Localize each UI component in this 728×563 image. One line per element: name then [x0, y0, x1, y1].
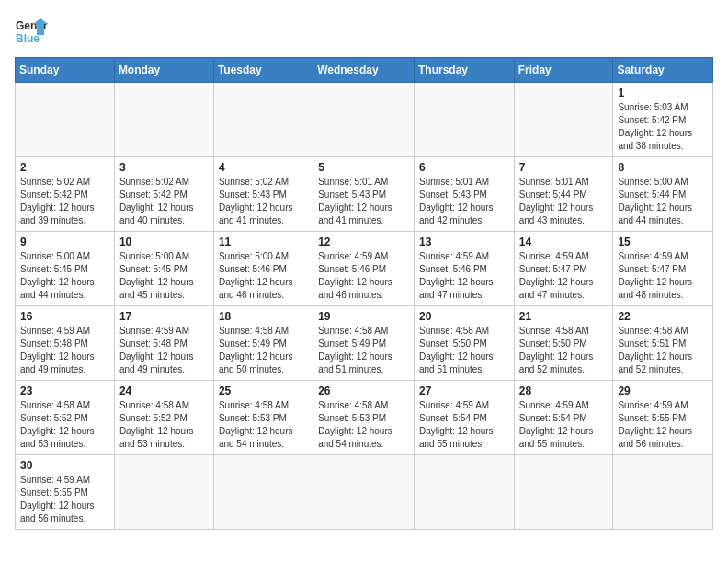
day-info: Sunrise: 4:58 AM Sunset: 5:53 PM Dayligh…: [318, 399, 409, 451]
weekday-header-friday: Friday: [514, 58, 613, 83]
calendar-cell: 6Sunrise: 5:01 AM Sunset: 5:43 PM Daylig…: [414, 157, 514, 232]
weekday-header-saturday: Saturday: [613, 58, 713, 83]
day-number: 23: [20, 385, 109, 397]
calendar-cell: 8Sunrise: 5:00 AM Sunset: 5:44 PM Daylig…: [613, 157, 713, 232]
day-info: Sunrise: 4:59 AM Sunset: 5:54 PM Dayligh…: [519, 399, 609, 451]
day-info: Sunrise: 5:00 AM Sunset: 5:44 PM Dayligh…: [618, 176, 708, 227]
day-info: Sunrise: 4:58 AM Sunset: 5:50 PM Dayligh…: [519, 325, 609, 376]
day-number: 19: [318, 310, 409, 323]
calendar-cell: 26Sunrise: 4:58 AM Sunset: 5:53 PM Dayli…: [313, 381, 415, 455]
calendar-cell: 11Sunrise: 5:00 AM Sunset: 5:46 PM Dayli…: [213, 232, 313, 306]
day-info: Sunrise: 5:02 AM Sunset: 5:42 PM Dayligh…: [20, 176, 109, 227]
day-number: 14: [519, 236, 609, 248]
page-header: General Blue: [15, 15, 713, 48]
day-number: 11: [219, 236, 308, 248]
weekday-header-wednesday: Wednesday: [313, 58, 415, 83]
day-info: Sunrise: 5:02 AM Sunset: 5:43 PM Dayligh…: [219, 176, 308, 227]
day-info: Sunrise: 5:00 AM Sunset: 5:45 PM Dayligh…: [20, 250, 109, 302]
day-number: 1: [618, 86, 708, 99]
day-number: 24: [119, 385, 209, 397]
day-info: Sunrise: 4:58 AM Sunset: 5:52 PM Dayligh…: [20, 399, 109, 451]
calendar-cell: 3Sunrise: 5:02 AM Sunset: 5:42 PM Daylig…: [114, 157, 213, 232]
weekday-header-sunday: Sunday: [16, 58, 115, 83]
calendar-cell: [514, 83, 613, 157]
day-number: 22: [618, 310, 708, 323]
calendar-cell: 17Sunrise: 4:59 AM Sunset: 5:48 PM Dayli…: [114, 306, 213, 381]
day-number: 27: [419, 385, 509, 397]
day-info: Sunrise: 4:59 AM Sunset: 5:46 PM Dayligh…: [318, 250, 409, 302]
day-number: 15: [618, 236, 708, 248]
calendar-cell: [613, 455, 713, 530]
day-number: 9: [20, 236, 109, 248]
calendar-cell: 13Sunrise: 4:59 AM Sunset: 5:46 PM Dayli…: [414, 232, 514, 306]
calendar-cell: [514, 455, 613, 530]
calendar-cell: 28Sunrise: 4:59 AM Sunset: 5:54 PM Dayli…: [514, 381, 613, 455]
day-number: 30: [20, 459, 109, 472]
calendar-cell: [16, 83, 115, 157]
day-info: Sunrise: 5:00 AM Sunset: 5:46 PM Dayligh…: [219, 250, 308, 302]
day-number: 29: [618, 385, 708, 397]
calendar-cell: 2Sunrise: 5:02 AM Sunset: 5:42 PM Daylig…: [16, 157, 115, 232]
day-number: 26: [318, 385, 409, 397]
calendar-cell: [414, 83, 514, 157]
weekday-header-monday: Monday: [114, 58, 213, 83]
day-info: Sunrise: 5:01 AM Sunset: 5:44 PM Dayligh…: [519, 176, 609, 227]
day-info: Sunrise: 4:59 AM Sunset: 5:48 PM Dayligh…: [20, 325, 109, 376]
day-number: 6: [419, 161, 509, 174]
day-info: Sunrise: 4:59 AM Sunset: 5:54 PM Dayligh…: [419, 399, 509, 451]
calendar-cell: 15Sunrise: 4:59 AM Sunset: 5:47 PM Dayli…: [613, 232, 713, 306]
day-info: Sunrise: 4:59 AM Sunset: 5:55 PM Dayligh…: [618, 399, 708, 451]
calendar-cell: 10Sunrise: 5:00 AM Sunset: 5:45 PM Dayli…: [114, 232, 213, 306]
calendar-cell: 18Sunrise: 4:58 AM Sunset: 5:49 PM Dayli…: [213, 306, 313, 381]
day-number: 20: [419, 310, 509, 323]
calendar-week-4: 23Sunrise: 4:58 AM Sunset: 5:52 PM Dayli…: [16, 381, 713, 455]
day-info: Sunrise: 4:58 AM Sunset: 5:52 PM Dayligh…: [119, 399, 209, 451]
calendar-cell: [313, 455, 415, 530]
calendar-cell: 9Sunrise: 5:00 AM Sunset: 5:45 PM Daylig…: [16, 232, 115, 306]
day-number: 10: [119, 236, 209, 248]
calendar-cell: [114, 455, 213, 530]
day-number: 3: [119, 161, 209, 174]
day-info: Sunrise: 4:59 AM Sunset: 5:47 PM Dayligh…: [618, 250, 708, 302]
calendar-week-0: 1Sunrise: 5:03 AM Sunset: 5:42 PM Daylig…: [16, 83, 713, 157]
calendar-cell: 21Sunrise: 4:58 AM Sunset: 5:50 PM Dayli…: [514, 306, 613, 381]
calendar-cell: 14Sunrise: 4:59 AM Sunset: 5:47 PM Dayli…: [514, 232, 613, 306]
day-info: Sunrise: 4:59 AM Sunset: 5:46 PM Dayligh…: [419, 250, 509, 302]
calendar-cell: 19Sunrise: 4:58 AM Sunset: 5:49 PM Dayli…: [313, 306, 415, 381]
day-info: Sunrise: 4:59 AM Sunset: 5:55 PM Dayligh…: [20, 474, 109, 525]
calendar-cell: 29Sunrise: 4:59 AM Sunset: 5:55 PM Dayli…: [613, 381, 713, 455]
day-info: Sunrise: 5:00 AM Sunset: 5:45 PM Dayligh…: [119, 250, 209, 302]
calendar-cell: 5Sunrise: 5:01 AM Sunset: 5:43 PM Daylig…: [313, 157, 415, 232]
calendar-week-2: 9Sunrise: 5:00 AM Sunset: 5:45 PM Daylig…: [16, 232, 713, 306]
calendar-cell: 25Sunrise: 4:58 AM Sunset: 5:53 PM Dayli…: [213, 381, 313, 455]
calendar-table: SundayMondayTuesdayWednesdayThursdayFrid…: [15, 57, 713, 530]
day-number: 21: [519, 310, 609, 323]
calendar-cell: 30Sunrise: 4:59 AM Sunset: 5:55 PM Dayli…: [16, 455, 115, 530]
logo-icon: General Blue: [15, 15, 48, 48]
day-info: Sunrise: 4:59 AM Sunset: 5:48 PM Dayligh…: [119, 325, 209, 376]
day-number: 8: [618, 161, 708, 174]
calendar-week-5: 30Sunrise: 4:59 AM Sunset: 5:55 PM Dayli…: [16, 455, 713, 530]
day-info: Sunrise: 5:01 AM Sunset: 5:43 PM Dayligh…: [419, 176, 509, 227]
day-info: Sunrise: 4:58 AM Sunset: 5:50 PM Dayligh…: [419, 325, 509, 376]
calendar-cell: [414, 455, 514, 530]
calendar-week-3: 16Sunrise: 4:59 AM Sunset: 5:48 PM Dayli…: [16, 306, 713, 381]
day-number: 17: [119, 310, 209, 323]
logo: General Blue: [15, 15, 48, 48]
calendar-cell: 27Sunrise: 4:59 AM Sunset: 5:54 PM Dayli…: [414, 381, 514, 455]
calendar-cell: 1Sunrise: 5:03 AM Sunset: 5:42 PM Daylig…: [613, 83, 713, 157]
day-number: 18: [219, 310, 308, 323]
day-info: Sunrise: 5:02 AM Sunset: 5:42 PM Dayligh…: [119, 176, 209, 227]
calendar-cell: 4Sunrise: 5:02 AM Sunset: 5:43 PM Daylig…: [213, 157, 313, 232]
weekday-header-thursday: Thursday: [414, 58, 514, 83]
day-number: 13: [419, 236, 509, 248]
calendar-cell: 22Sunrise: 4:58 AM Sunset: 5:51 PM Dayli…: [613, 306, 713, 381]
calendar-cell: [313, 83, 415, 157]
day-number: 25: [219, 385, 308, 397]
calendar-cell: 12Sunrise: 4:59 AM Sunset: 5:46 PM Dayli…: [313, 232, 415, 306]
calendar-cell: [213, 455, 313, 530]
day-info: Sunrise: 4:58 AM Sunset: 5:49 PM Dayligh…: [318, 325, 409, 376]
day-number: 28: [519, 385, 609, 397]
calendar-cell: [114, 83, 213, 157]
calendar-cell: 7Sunrise: 5:01 AM Sunset: 5:44 PM Daylig…: [514, 157, 613, 232]
